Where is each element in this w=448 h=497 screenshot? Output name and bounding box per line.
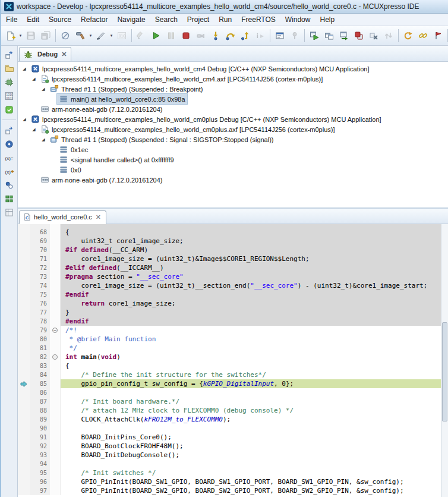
code-line-text[interactable]: BOARD_BootClockFROHF48M(); (61, 442, 441, 451)
code-line-text[interactable]: core1_image_size = (uint32_t)&Image$$COR… (61, 254, 441, 263)
code-line-text[interactable]: /*! (61, 326, 441, 335)
twistie-expanded-icon[interactable]: ◢ (39, 137, 48, 142)
annotation-ruler-cell[interactable] (18, 246, 30, 254)
annotation-ruler-cell[interactable] (18, 272, 30, 281)
save-button[interactable] (24, 29, 38, 43)
annotation-ruler-cell[interactable] (18, 486, 30, 495)
annotation-ruler-cell[interactable] (18, 388, 30, 397)
code-line-text[interactable]: #if defined(__CC_ARM) (61, 246, 441, 254)
code-line-text[interactable]: } (61, 308, 441, 317)
code-line[interactable]: 70#if defined(__CC_ARM) (18, 246, 441, 254)
restore-view-button[interactable] (3, 124, 15, 136)
annotation-ruler-cell[interactable] (18, 379, 30, 388)
menu-freertos[interactable]: FreeRTOS (236, 14, 280, 25)
menu-refactor[interactable]: Refactor (76, 14, 112, 25)
code-line-text[interactable]: */ (61, 344, 441, 353)
code-line-text[interactable]: /* Define the init structure for the swi… (61, 370, 441, 379)
menu-help[interactable]: Help (315, 14, 339, 25)
suspend-button[interactable] (164, 29, 178, 43)
code-line-text[interactable]: { (61, 228, 441, 237)
build-button[interactable] (73, 29, 87, 43)
code-line[interactable]: 88 /* attach 12 MHz clock to FLEXCOMM0 (… (18, 406, 441, 415)
code-line-text[interactable]: * @brief Main function (61, 335, 441, 344)
annotation-ruler-cell[interactable] (18, 442, 30, 451)
pin-console-button[interactable] (288, 29, 302, 43)
clean-button[interactable] (94, 29, 108, 43)
code-line-text[interactable]: return core1_image_size; (61, 299, 441, 308)
debug-tree-row[interactable]: ◢lpcxpresso54114_multicore_examples_hell… (18, 124, 448, 134)
annotation-ruler-cell[interactable] (18, 228, 30, 237)
resume-button[interactable] (149, 29, 163, 43)
annotation-ruler-cell[interactable] (18, 335, 30, 344)
code-line-text[interactable]: BOARD_InitPins_Core0(); (61, 433, 441, 442)
code-line[interactable]: 72#elif defined(__ICCARM__) (18, 263, 441, 272)
project-explorer-button[interactable] (3, 62, 15, 74)
code-line-text[interactable]: core1_image_size = (uint32_t)__section_e… (61, 281, 441, 290)
code-line[interactable]: 95 /* Init switches */ (18, 468, 441, 477)
clean-button-dropdown-icon[interactable]: ▾ (109, 33, 114, 38)
code-line-text[interactable] (61, 424, 441, 433)
step-return-button[interactable] (238, 29, 253, 43)
link-with-editor-button[interactable] (416, 29, 430, 43)
new-button[interactable] (3, 29, 17, 43)
code-line-text[interactable] (61, 388, 441, 397)
code-line[interactable]: 87 /* Init board hardware.*/ (18, 397, 441, 406)
debug-tree-row[interactable]: arm-none-eabi-gdb (7.12.0.20161204) (18, 175, 448, 185)
fold-collapse-icon[interactable]: − (50, 353, 61, 361)
code-line[interactable]: 90 (18, 424, 441, 433)
twistie-expanded-icon[interactable]: ◢ (20, 67, 29, 71)
annotation-ruler-cell[interactable] (18, 290, 30, 299)
code-line-text[interactable] (61, 460, 441, 468)
annotation-ruler-cell[interactable] (18, 326, 30, 335)
build-button-dropdown-icon[interactable]: ▾ (88, 33, 93, 38)
debug-tree-row[interactable]: 0x1ec (18, 144, 448, 155)
annotation-ruler-cell[interactable] (18, 460, 30, 468)
code-line[interactable]: 77} (18, 308, 441, 317)
code-line[interactable]: 80 * @brief Main function (18, 335, 441, 344)
annotation-ruler-cell[interactable] (18, 299, 30, 308)
debug-tree-row[interactable]: <signal handler called>() at 0xfffffff9 (18, 155, 448, 165)
code-line[interactable]: 71 core1_image_size = (uint32_t)&Image$$… (18, 254, 441, 263)
code-line[interactable]: 97 GPIO_PinInit(BOARD_SW2_GPIO, BOARD_SW… (18, 486, 441, 495)
restart-debug-button[interactable] (337, 29, 351, 43)
annotation-ruler-cell[interactable] (18, 317, 30, 326)
code-line-text[interactable]: /* attach 12 MHz clock to FLEXCOMM0 (deb… (61, 406, 441, 415)
code-line[interactable]: 73#pragma section = "__sec_core" (18, 272, 441, 281)
twistie-expanded-icon[interactable]: ◢ (30, 77, 38, 81)
code-line[interactable]: 68{ (18, 228, 441, 237)
instruction-stepping-button[interactable]: i (253, 29, 267, 43)
debug-tree-row[interactable]: ◢lpcxpresso54114_multicore_examples_hell… (18, 74, 448, 84)
code-line[interactable]: 94 (18, 460, 441, 468)
code-line[interactable]: 86 (18, 388, 441, 397)
registers-button[interactable] (3, 193, 15, 205)
code-line[interactable]: 96 GPIO_PinInit(BOARD_SW1_GPIO, BOARD_SW… (18, 477, 441, 486)
code-line-text[interactable]: GPIO_PinInit(BOARD_SW1_GPIO, BOARD_SW1_G… (61, 477, 441, 486)
code-line[interactable]: 93 BOARD_InitDebugConsole(); (18, 451, 441, 460)
editor-tab-hello-world-core0[interactable]: C hello_world_core0.c ✕ (19, 210, 106, 224)
debug-tree-row[interactable]: 0x0 (18, 165, 448, 175)
code-line[interactable]: 74 core1_image_size = (uint32_t)__sectio… (18, 281, 441, 290)
debug-tree-row[interactable]: ◢lpcxpresso54114_multicore_examples_hell… (18, 114, 448, 124)
annotation-ruler-cell[interactable] (18, 451, 30, 460)
annotation-ruler-cell[interactable] (18, 237, 30, 246)
debug-tree-row[interactable]: main() at hello_world_core0.c:85 0x98a (18, 94, 448, 104)
twistie-expanded-icon[interactable]: ◢ (39, 87, 48, 92)
open-consoles-button[interactable] (322, 29, 336, 43)
restore-view-button[interactable] (3, 49, 15, 61)
code-area[interactable]: 68{69 uint32_t core1_image_size;70#if de… (18, 224, 441, 497)
annotation-ruler-cell[interactable] (18, 361, 30, 370)
step-over-button[interactable] (223, 29, 238, 43)
debug-view-tab-close-icon[interactable]: ✕ (61, 51, 67, 58)
code-line[interactable]: 84 /* Define the init structure for the … (18, 370, 441, 379)
quickstart-button[interactable] (3, 103, 15, 115)
code-line-text[interactable]: gpio_pin_config_t sw_config = {kGPIO_Dig… (61, 379, 441, 388)
code-line-text[interactable]: int main(void) (61, 353, 441, 361)
annotation-ruler-cell[interactable] (18, 477, 30, 486)
terminate-button[interactable] (179, 29, 193, 43)
twistie-expanded-icon[interactable]: ◢ (30, 127, 38, 132)
code-line-text[interactable]: /* Init switches */ (61, 468, 441, 477)
menu-run[interactable]: Run (214, 14, 236, 25)
outline-button[interactable] (3, 206, 15, 218)
scrollbar-thumb[interactable] (442, 322, 447, 421)
menu-window[interactable]: Window (280, 14, 316, 25)
